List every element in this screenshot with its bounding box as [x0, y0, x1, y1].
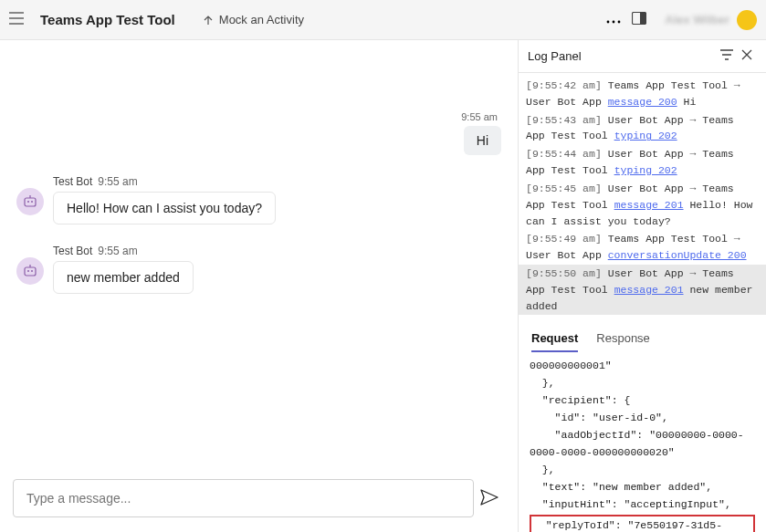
svg-rect-4 — [640, 13, 645, 24]
hamburger-icon[interactable] — [9, 12, 27, 27]
user-msg-time: 9:55 am — [16, 111, 498, 122]
payload-view: 000000000001" }, "recipient": { "id": "u… — [519, 352, 766, 532]
user-avatar[interactable] — [737, 10, 757, 30]
bot-avatar-icon — [16, 188, 44, 215]
bot-message-row: Test Bot9:55 am Hello! How can I assist … — [16, 175, 501, 224]
log-panel: Log Panel [9:55:42 am] Teams App Test To… — [519, 40, 766, 532]
user-name: Alex Wilber — [665, 13, 729, 26]
log-entry[interactable]: [9:55:49 am] Teams App Test Tool → User … — [526, 230, 759, 265]
svg-point-10 — [31, 270, 33, 272]
log-entry[interactable]: [9:55:42 am] Teams App Test Tool → User … — [526, 77, 759, 111]
bot-message-bubble: Hello! How can I assist you today? — [53, 192, 276, 224]
mock-activity-label: Mock an Activity — [219, 13, 304, 26]
bot-message-bubble: new member added — [53, 261, 194, 294]
log-link[interactable]: typing 202 — [614, 130, 677, 141]
message-input[interactable] — [13, 479, 474, 517]
tab-request[interactable]: Request — [531, 326, 578, 352]
payload-line: "replyToId": "7e550197-31d5-458f-af43-fe… — [533, 517, 751, 532]
svg-point-9 — [27, 270, 29, 272]
mock-activity-button[interactable]: Mock an Activity — [203, 13, 304, 26]
bot-avatar-icon — [16, 257, 44, 285]
payload-line: "id": "user-id-0", — [530, 410, 755, 427]
filter-icon[interactable] — [717, 49, 737, 63]
payload-line: "inputHint": "acceptingInput", — [530, 496, 755, 514]
payload-line: "aadObjectId": "00000000-0000-0000-0000-… — [530, 427, 755, 462]
bot-name: Test Bot — [53, 175, 92, 188]
payload-line: "recipient": { — [530, 392, 755, 410]
bot-msg-time: 9:55 am — [98, 175, 137, 188]
message-list: 9:55 am Hi Test Bot9:55 am Hello! How ca… — [0, 40, 518, 468]
app-title: Teams App Test Tool — [40, 12, 175, 27]
svg-point-0 — [607, 21, 610, 24]
detail-tabs: Request Response — [519, 320, 766, 352]
payload-highlight: "replyToId": "7e550197-31d5-458f-af43-fe… — [530, 515, 755, 532]
send-button[interactable] — [474, 489, 505, 508]
log-entry[interactable]: [9:55:44 am] User Bot App → Teams App Te… — [526, 145, 759, 180]
svg-point-2 — [618, 21, 621, 24]
log-entry[interactable]: [9:55:43 am] User Bot App → Teams App Te… — [526, 111, 759, 146]
svg-point-1 — [613, 21, 615, 24]
top-bar: Teams App Test Tool Mock an Activity Ale… — [0, 0, 766, 40]
log-link[interactable]: message 200 — [608, 96, 677, 108]
panel-toggle-icon[interactable] — [626, 12, 652, 27]
bot-name: Test Bot — [53, 245, 92, 257]
chat-pane: 9:55 am Hi Test Bot9:55 am Hello! How ca… — [0, 40, 519, 532]
log-entry[interactable]: [9:55:50 am] User Bot App → Teams App Te… — [519, 265, 766, 315]
svg-rect-5 — [25, 198, 36, 206]
svg-point-6 — [27, 201, 29, 203]
svg-point-7 — [31, 201, 33, 203]
log-panel-title: Log Panel — [528, 49, 717, 63]
log-entry[interactable]: [9:55:45 am] User Bot App → Teams App Te… — [526, 180, 759, 230]
bot-msg-time: 9:55 am — [98, 245, 137, 257]
tab-response[interactable]: Response — [596, 326, 650, 352]
close-icon[interactable] — [737, 49, 757, 63]
user-message-bubble: Hi — [464, 126, 501, 155]
log-link[interactable]: conversationUpdate 200 — [608, 249, 747, 261]
bot-message-row: Test Bot9:55 am new member added — [16, 245, 501, 294]
log-link[interactable]: message 201 — [614, 284, 684, 296]
log-entries: [9:55:42 am] Teams App Test Tool → User … — [519, 73, 766, 320]
payload-line: 000000000001" — [530, 358, 755, 375]
compose-bar — [0, 468, 518, 532]
payload-line: }, — [530, 462, 755, 479]
more-icon[interactable] — [601, 13, 626, 26]
svg-rect-8 — [25, 267, 36, 276]
log-panel-header: Log Panel — [519, 40, 766, 73]
payload-line: }, — [530, 375, 755, 392]
log-link[interactable]: typing 202 — [614, 164, 677, 176]
payload-line: "text": "new member added", — [530, 479, 755, 496]
log-link[interactable]: message 201 — [614, 199, 684, 211]
